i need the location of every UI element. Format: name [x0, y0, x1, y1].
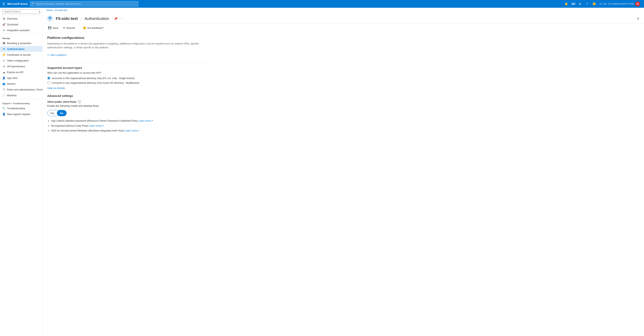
bullet-text-2: SSO for domain-joined Windows (Windows I… — [51, 129, 124, 132]
sidebar-item-api-permissions[interactable]: ⊙ API permissions — [0, 63, 42, 69]
svg-point-1 — [49, 19, 50, 20]
add-platform-label: Add a platform — [50, 54, 66, 56]
toggle-yes-option[interactable]: Yes — [48, 110, 57, 116]
breadcrumb-app[interactable]: F5-oidc-test — [55, 9, 67, 11]
app-title: F5-oidc-test — [56, 16, 78, 21]
more-button[interactable]: ··· — [120, 16, 124, 21]
radio-single-tenant[interactable]: Accounts in this organizational director… — [47, 77, 212, 80]
roles-icon: 🛡 — [2, 88, 6, 91]
sidebar-item-roles-admins[interactable]: 🛡 Roles and administrators | Preview — [0, 87, 42, 92]
app-roles-icon: 👤 — [2, 76, 6, 79]
sidebar-item-branding[interactable]: 🖼 Branding & properties — [0, 40, 42, 46]
sidebar-item-overview-label: Overview — [7, 17, 18, 20]
sidebar-item-troubleshooting-label: Troubleshooting — [7, 107, 25, 110]
hamburger-button[interactable]: ☰ — [2, 2, 5, 6]
hamburger-icon: ☰ — [2, 2, 5, 6]
allow-public-row: Allow public client flows i — [47, 100, 212, 103]
sidebar-item-token-config[interactable]: ≡ Token configuration — [0, 58, 42, 63]
help-icon[interactable]: ? — [584, 1, 590, 7]
topbar: ☰ Microsoft Azure 🔍 🔔 ⌨ ⚙ ? 😊 F5, INC. (… — [0, 0, 644, 8]
sidebar-item-quickstart-label: Quickstart — [7, 23, 18, 26]
discard-button[interactable]: ✕ Discard — [62, 25, 76, 30]
close-button[interactable]: ✕ — [636, 16, 640, 21]
main-content: Platform configurations Depending on the… — [42, 32, 217, 137]
allow-public-info-icon[interactable]: i — [78, 100, 81, 103]
enable-flows-label: Enable the following mobile and desktop … — [47, 104, 212, 107]
save-icon: 💾 — [48, 26, 51, 29]
sidebar-item-manifest[interactable]: 📄 Manifest — [0, 92, 42, 98]
bullet-item-0: App collects plaintext password (Resourc… — [51, 119, 212, 123]
flows-bullet-list: App collects plaintext password (Resourc… — [47, 119, 212, 133]
learn-more-label-1: Learn more — [89, 124, 102, 127]
sidebar-item-app-roles-label: App roles — [7, 77, 18, 79]
sidebar-item-new-support-label: New support request — [7, 113, 30, 116]
account-question: Who can use this application or access t… — [47, 71, 212, 74]
learn-more-link-2[interactable]: Learn more↗ — [124, 129, 140, 132]
sidebar-item-owners[interactable]: 👥 Owners — [0, 81, 42, 87]
sidebar-search-container: « — [0, 8, 42, 16]
sidebar-item-quickstart[interactable]: 🚀 Quickstart — [0, 21, 42, 27]
discard-icon: ✕ — [63, 26, 65, 29]
user-menu[interactable]: F5, INC. (F5.ONMICROSOFT.COM) F5 — [598, 1, 642, 7]
sidebar-item-app-roles[interactable]: 👤 App roles — [0, 75, 42, 81]
sidebar-item-integration[interactable]: ✦ Integration assistant — [0, 27, 42, 33]
settings-icon[interactable]: ⚙ — [577, 1, 584, 7]
learn-more-link-1[interactable]: Learn more↗ — [89, 124, 104, 127]
sidebar-search-input[interactable] — [2, 9, 40, 14]
owners-icon: 👥 — [2, 82, 6, 85]
key-icon: 🔑 — [2, 53, 6, 56]
feedback-smiley-icon: 🙂 — [83, 26, 86, 29]
feedback-button[interactable]: 🙂 Got feedback? — [81, 25, 105, 30]
sidebar-item-authentication-label: Authentication — [7, 48, 24, 50]
cloud-shell-icon[interactable]: ⌨ — [570, 1, 576, 7]
content-area: Home › F5-oidc-test F5-oidc-test | Authe… — [42, 8, 644, 336]
learn-more-link-0[interactable]: Learn more↗ — [138, 119, 153, 122]
page-header-actions: 📌 ··· — [113, 16, 124, 21]
sidebar-item-overview[interactable]: ⊞ Overview — [0, 16, 42, 21]
public-client-toggle[interactable]: Yes No — [47, 110, 66, 116]
add-platform-button[interactable]: + Add a platform — [47, 52, 66, 57]
sidebar-item-token-config-label: Token configuration — [7, 59, 29, 62]
notifications-icon[interactable]: 🔔 — [563, 1, 570, 7]
grid-icon: ⊞ — [2, 17, 6, 20]
advanced-section: Advanced settings Allow public client fl… — [47, 94, 212, 133]
discard-label: Discard — [66, 26, 75, 29]
toolbar: 💾 Save ✕ Discard 🙂 Got feedback? — [42, 24, 644, 32]
sidebar-item-expose-api[interactable]: ☁ Expose an API — [0, 69, 42, 75]
wrench-icon: 🔧 — [2, 107, 6, 110]
pin-button[interactable]: 📌 — [113, 16, 118, 21]
sidebar-item-branding-label: Branding & properties — [7, 42, 31, 45]
radio-multi-tenant[interactable]: Accounts in any organizational directory… — [47, 81, 212, 84]
feedback-icon[interactable]: 😊 — [591, 1, 597, 7]
sidebar-item-troubleshooting[interactable]: 🔧 Troubleshooting — [0, 105, 42, 111]
user-org-text: F5, INC. (F5.ONMICROSOFT.COM) — [600, 3, 634, 5]
manage-section-label: Manage — [0, 35, 42, 40]
save-button[interactable]: 💾 Save — [46, 25, 60, 30]
search-input[interactable] — [36, 2, 137, 5]
radio-single-tenant-label: Accounts in this organizational director… — [52, 77, 134, 80]
avatar: F5 — [635, 1, 640, 6]
collapse-sidebar-button[interactable]: « — [38, 10, 40, 13]
account-type-radio-group: Accounts in this organizational director… — [47, 77, 212, 84]
topbar-icons: 🔔 ⌨ ⚙ ? 😊 F5, INC. (F5.ONMICROSOFT.COM) … — [563, 1, 642, 7]
radio-single-tenant-input[interactable] — [47, 77, 50, 80]
global-search[interactable]: 🔍 — [30, 1, 138, 6]
help-decide-link[interactable]: Help me decide... — [47, 87, 67, 90]
manifest-icon: 📄 — [2, 94, 6, 97]
svg-point-0 — [46, 15, 54, 22]
breadcrumb-home[interactable]: Home — [46, 9, 53, 11]
sidebar-item-roles-admins-label: Roles and administrators | Preview — [7, 88, 42, 91]
sidebar-item-new-support[interactable]: 👤 New support request — [0, 111, 42, 117]
radio-multi-tenant-input[interactable] — [47, 81, 50, 84]
sidebar-item-owners-label: Owners — [7, 82, 16, 85]
app-icon — [46, 15, 54, 22]
sidebar-item-certificates[interactable]: 🔑 Certificates & secrets — [0, 52, 42, 58]
breadcrumb: Home › F5-oidc-test — [42, 8, 644, 13]
platform-section-desc: Depending on the platform or device this… — [47, 42, 212, 49]
brand-name: Microsoft Azure — [7, 2, 28, 5]
bullet-text-0: App collects plaintext password (Resourc… — [51, 119, 138, 122]
toggle-no-option[interactable]: No — [57, 110, 66, 116]
advanced-section-title: Advanced settings — [47, 94, 212, 97]
sidebar-item-authentication[interactable]: ↻ Authentication — [0, 46, 42, 52]
page-subtitle: Authentication — [84, 16, 109, 21]
